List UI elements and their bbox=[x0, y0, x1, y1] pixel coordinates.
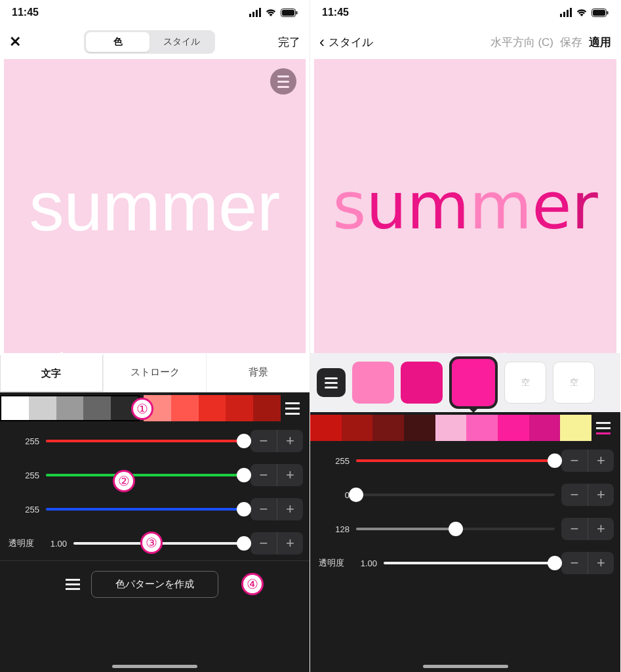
strip-menu-icon[interactable] bbox=[281, 402, 304, 415]
done-button[interactable]: 完了 bbox=[278, 35, 300, 50]
slider-r-plus[interactable]: + bbox=[588, 450, 614, 472]
slider-b-label: 128 bbox=[317, 524, 350, 534]
slider-a-label: 透明度 bbox=[7, 537, 34, 549]
swatch-empty-1[interactable]: 空 bbox=[504, 362, 546, 404]
segment-color[interactable]: 色 bbox=[86, 32, 150, 52]
slider-g-plus[interactable]: + bbox=[588, 484, 614, 506]
canvas-text: summer bbox=[332, 169, 598, 243]
svg-rect-2 bbox=[296, 11, 298, 14]
strip-menu-icon[interactable] bbox=[591, 422, 615, 434]
segment-style[interactable]: スタイル bbox=[150, 32, 213, 52]
color-history-row bbox=[310, 412, 620, 444]
slider-a-label: 透明度 bbox=[317, 557, 344, 569]
apply-button[interactable]: 適用 bbox=[589, 35, 611, 50]
color-panel: 255 −+ 0 −+ 128 −+ 透明度 1.00 −+ bbox=[310, 412, 620, 672]
slider-row-blue: 128 −+ bbox=[310, 512, 620, 546]
wifi-icon bbox=[576, 8, 588, 17]
pointer-indicator bbox=[496, 352, 512, 360]
subtab-stroke[interactable]: ストローク bbox=[104, 353, 207, 392]
swatch-1[interactable] bbox=[352, 362, 394, 404]
wifi-icon bbox=[265, 8, 277, 17]
slider-g-plus[interactable]: + bbox=[277, 464, 303, 486]
color-panel: ① 255 −+ 255 −+ ② 255 −+ 透明度 1.00 bbox=[0, 392, 310, 672]
slider-a-value: 1.00 bbox=[351, 558, 377, 568]
canvas[interactable]: summer bbox=[314, 59, 616, 353]
status-icons bbox=[249, 8, 298, 17]
slider-a-value: 1.00 bbox=[41, 539, 67, 549]
svg-rect-1 bbox=[282, 10, 294, 16]
save-button[interactable]: 保存 bbox=[560, 35, 582, 50]
slider-a-plus[interactable]: + bbox=[588, 552, 614, 574]
annotation-3: ③ bbox=[140, 532, 163, 554]
slider-r-plus[interactable]: + bbox=[277, 430, 303, 452]
slider-a-minus[interactable]: − bbox=[250, 532, 277, 555]
canvas-wrap: summer bbox=[0, 59, 310, 353]
slider-r-minus[interactable]: − bbox=[561, 450, 588, 472]
create-pattern-button[interactable]: 色パターンを作成 bbox=[91, 571, 218, 598]
bottom-action-row: 色パターンを作成 ④ bbox=[0, 560, 310, 608]
swatch-3-selected[interactable] bbox=[449, 356, 498, 409]
slider-g-track[interactable] bbox=[46, 474, 244, 476]
slider-b-label: 255 bbox=[7, 505, 39, 514]
svg-rect-4 bbox=[593, 10, 605, 16]
slider-row-alpha: 透明度 1.00 −+ bbox=[310, 546, 620, 580]
slider-g-track[interactable] bbox=[356, 494, 555, 496]
nav-bar-left: ✕ 色 スタイル 完了 bbox=[0, 25, 310, 59]
status-bar: 11:45 bbox=[0, 0, 310, 25]
subtab-background[interactable]: 背景 bbox=[207, 353, 310, 392]
back-label[interactable]: スタイル bbox=[329, 35, 373, 50]
slider-g-minus[interactable]: − bbox=[561, 484, 588, 506]
cellular-icon bbox=[249, 8, 261, 17]
color-history-strip[interactable] bbox=[310, 415, 591, 441]
swatch-menu-button[interactable] bbox=[317, 368, 346, 397]
slider-a-minus[interactable]: − bbox=[561, 552, 588, 574]
cellular-icon bbox=[560, 8, 572, 17]
annotation-2: ② bbox=[113, 470, 135, 492]
slider-a-track[interactable] bbox=[384, 562, 555, 564]
status-bar: 11:45 bbox=[310, 0, 620, 25]
slider-a-plus[interactable]: + bbox=[277, 532, 303, 555]
swatch-empty-2[interactable]: 空 bbox=[553, 362, 595, 404]
status-time: 11:45 bbox=[322, 7, 349, 18]
slider-r-minus[interactable]: − bbox=[250, 430, 277, 452]
slider-r-track[interactable] bbox=[356, 459, 555, 462]
canvas-wrap: summer bbox=[310, 59, 620, 353]
slider-r-label: 255 bbox=[7, 436, 39, 446]
slider-b-track[interactable] bbox=[356, 528, 555, 530]
svg-rect-5 bbox=[607, 11, 609, 14]
slider-r-label: 255 bbox=[317, 456, 350, 466]
slider-row-red: 255 −+ bbox=[0, 424, 310, 458]
pointer-indicator bbox=[54, 352, 70, 360]
annotation-4: ④ bbox=[241, 573, 264, 595]
slider-row-blue: 255 −+ bbox=[0, 492, 310, 526]
reds-strip[interactable] bbox=[144, 395, 281, 421]
slider-row-green: 255 −+ bbox=[0, 458, 310, 492]
slider-row-green: 0 −+ bbox=[310, 478, 620, 512]
slider-r-track[interactable] bbox=[46, 440, 244, 442]
grayscale-strip[interactable] bbox=[0, 395, 140, 421]
close-button[interactable]: ✕ bbox=[9, 33, 21, 51]
slider-b-track[interactable] bbox=[46, 508, 244, 511]
canvas-text: summer bbox=[30, 167, 281, 246]
back-chevron-icon[interactable]: ‹ bbox=[319, 33, 325, 51]
slider-b-minus[interactable]: − bbox=[561, 518, 588, 540]
home-indicator bbox=[423, 665, 508, 668]
slider-row-red: 255 −+ bbox=[310, 444, 620, 478]
battery-icon bbox=[591, 9, 609, 17]
subtabs: 文字 ストローク 背景 bbox=[0, 353, 310, 392]
battery-icon bbox=[281, 9, 298, 17]
canvas-menu-button[interactable] bbox=[270, 68, 296, 94]
nav-horizontal-label[interactable]: 水平方向 (C) bbox=[491, 35, 553, 50]
bottom-menu-icon[interactable] bbox=[66, 576, 80, 593]
slider-g-label: 0 bbox=[317, 490, 350, 500]
canvas[interactable]: summer bbox=[4, 59, 306, 353]
swatch-2[interactable] bbox=[401, 362, 443, 404]
subtab-text[interactable]: 文字 bbox=[0, 353, 104, 392]
slider-g-label: 255 bbox=[7, 471, 39, 480]
home-indicator bbox=[112, 665, 197, 668]
segmented-control[interactable]: 色 スタイル bbox=[84, 30, 215, 54]
slider-b-minus[interactable]: − bbox=[250, 498, 277, 520]
slider-g-minus[interactable]: − bbox=[250, 464, 277, 486]
slider-b-plus[interactable]: + bbox=[277, 498, 303, 520]
slider-b-plus[interactable]: + bbox=[588, 518, 614, 540]
